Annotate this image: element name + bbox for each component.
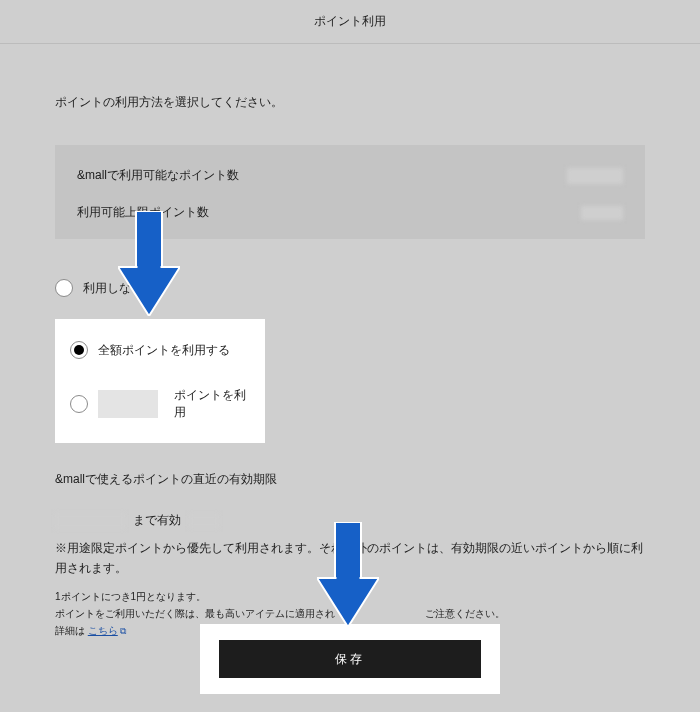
- option-partial-row[interactable]: ポイントを利用: [70, 387, 250, 421]
- page-title: ポイント利用: [314, 13, 386, 30]
- limit-points-value: [581, 206, 623, 220]
- available-points-value: [567, 168, 623, 184]
- options-highlight-card: 全額ポイントを利用する ポイントを利用: [55, 319, 265, 443]
- option-none-label: 利用しない: [83, 280, 143, 297]
- instruction-text: ポイントの利用方法を選択してください。: [55, 94, 645, 111]
- apply-note: ポイントをご利用いただく際は、最も高いアイテムに適用されご注意ください。: [55, 605, 645, 622]
- partial-points-input[interactable]: [98, 390, 158, 418]
- option-all-label: 全額ポイントを利用する: [98, 342, 230, 359]
- save-button[interactable]: 保存: [219, 640, 481, 678]
- radio-partial[interactable]: [70, 395, 88, 413]
- save-card: 保存: [200, 624, 500, 694]
- available-points-label: &mallで利用可能なポイント数: [77, 167, 239, 184]
- option-none-row[interactable]: 利用しない: [55, 279, 645, 297]
- points-summary: &mallで利用可能なポイント数 利用可能上限ポイント数: [55, 145, 645, 239]
- expiry-date-value: [55, 513, 125, 529]
- expiry-heading: &mallで使えるポイントの直近の有効期限: [55, 471, 645, 488]
- radio-none[interactable]: [55, 279, 73, 297]
- option-partial-label: ポイントを利用: [174, 387, 250, 421]
- option-all-row[interactable]: 全額ポイントを利用する: [70, 341, 250, 359]
- limit-points-label: 利用可能上限ポイント数: [77, 204, 209, 221]
- expiry-extra-value: [189, 514, 219, 528]
- rate-note: 1ポイントにつき1円となります。: [55, 588, 645, 605]
- expiry-until-label: まで有効: [133, 512, 181, 529]
- radio-all[interactable]: [70, 341, 88, 359]
- priority-note: ※用途限定ポイントから優先して利用されます。それ以外のポイントは、有効期限の近い…: [55, 539, 645, 578]
